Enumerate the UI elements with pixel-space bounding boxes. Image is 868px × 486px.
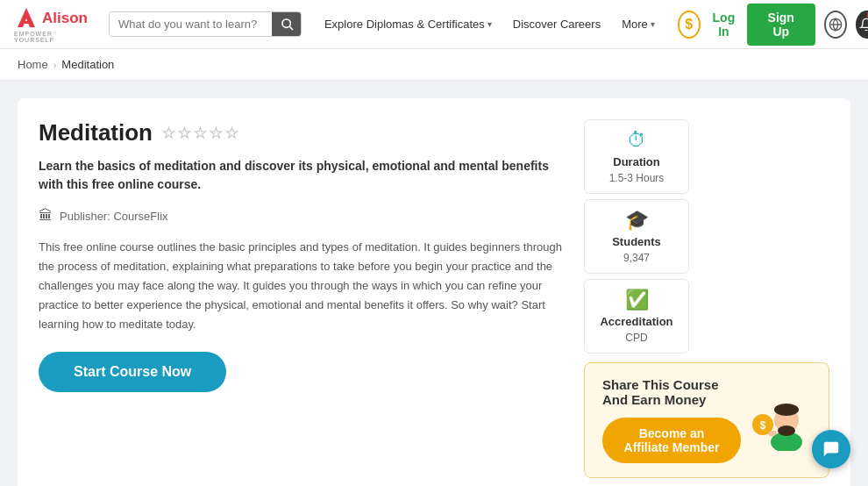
language-button[interactable] [824, 11, 847, 39]
star-3[interactable]: ☆ [193, 124, 207, 143]
course-title-row: Meditation ☆ ☆ ☆ ☆ ☆ [39, 119, 566, 147]
chevron-down-icon-more: ▾ [651, 19, 655, 29]
bell-icon [859, 18, 868, 32]
course-right-col: ⏱ Duration 1.5-3 Hours 🎓 Students 9,347 … [584, 119, 829, 478]
svg-line-3 [289, 26, 293, 30]
signup-button[interactable]: Sign Up [747, 4, 815, 46]
logo[interactable]: Alison EMPOWER YOURSELF [14, 6, 88, 43]
main-content: Meditation ☆ ☆ ☆ ☆ ☆ Learn the basics of… [0, 81, 868, 486]
affiliate-button[interactable]: Become an Affiliate Member [602, 418, 741, 463]
star-1[interactable]: ☆ [161, 124, 175, 143]
star-rating[interactable]: ☆ ☆ ☆ ☆ ☆ [161, 124, 238, 143]
search-icon [281, 18, 295, 32]
building-icon: 🏛 [39, 208, 53, 224]
breadcrumb-home[interactable]: Home [18, 58, 48, 71]
stat-students-value: 9,347 [623, 252, 650, 264]
affiliate-banner: Share This Course And Earn Money Become … [584, 362, 829, 478]
svg-point-8 [774, 404, 799, 416]
course-subtitle: Learn the basics of meditation and disco… [39, 157, 566, 194]
course-content-col: Meditation ☆ ☆ ☆ ☆ ☆ Learn the basics of… [39, 119, 566, 478]
affiliate-content: Share This Course And Earn Money Become … [602, 377, 741, 463]
notifications-button[interactable]: 9+ [856, 11, 868, 39]
stat-duration-label: Duration [613, 155, 659, 168]
nav-item-careers[interactable]: Discover Careers [504, 12, 609, 36]
course-title: Meditation [39, 119, 153, 147]
svg-text:$: $ [760, 419, 766, 432]
affiliate-person-icon: $ [741, 390, 811, 451]
logo-text: Alison [42, 10, 88, 27]
search-bar [109, 11, 302, 37]
students-icon: 🎓 [625, 209, 649, 232]
duration-icon: ⏱ [627, 129, 646, 152]
chat-button[interactable] [812, 430, 850, 468]
svg-rect-1 [20, 21, 32, 24]
star-4[interactable]: ☆ [209, 124, 223, 143]
star-2[interactable]: ☆ [177, 124, 191, 143]
header: Alison EMPOWER YOURSELF Explore Diplomas… [0, 0, 868, 49]
stat-duration-value: 1.5-3 Hours [609, 172, 665, 184]
main-nav: Explore Diplomas & Certificates ▾ Discov… [316, 12, 664, 36]
logo-sub: EMPOWER YOURSELF [14, 31, 88, 43]
stat-accreditation-label: Accreditation [600, 315, 672, 328]
coins-icon[interactable]: $ [678, 11, 701, 39]
svg-point-2 [282, 19, 290, 27]
svg-point-9 [778, 425, 795, 436]
nav-item-explore[interactable]: Explore Diplomas & Certificates ▾ [316, 12, 501, 36]
publisher-text: Publisher: CourseFlix [60, 210, 168, 223]
stat-accreditation-value: CPD [625, 332, 647, 344]
stat-students-label: Students [612, 235, 661, 248]
chevron-down-icon: ▾ [487, 19, 492, 29]
breadcrumb-separator: › [53, 60, 57, 70]
chat-icon [822, 440, 841, 459]
affiliate-illustration: $ [741, 390, 811, 451]
breadcrumb-current: Meditation [61, 58, 114, 71]
stat-accreditation: ✅ Accreditation CPD [584, 279, 689, 354]
accreditation-icon: ✅ [625, 289, 649, 311]
publisher-row: 🏛 Publisher: CourseFlix [39, 208, 566, 224]
stats-col: ⏱ Duration 1.5-3 Hours 🎓 Students 9,347 … [584, 119, 689, 354]
course-description: This free online course outlines the bas… [39, 238, 566, 334]
start-course-button[interactable]: Start Course Now [39, 352, 226, 392]
star-5[interactable]: ☆ [224, 124, 238, 143]
logo-icon [14, 6, 39, 31]
stat-duration: ⏱ Duration 1.5-3 Hours [584, 119, 689, 194]
breadcrumb: Home › Meditation [0, 49, 868, 81]
login-button[interactable]: Log In [709, 11, 738, 39]
course-card: Meditation ☆ ☆ ☆ ☆ ☆ Learn the basics of… [18, 98, 850, 486]
header-right: $ Log In Sign Up 9+ [678, 4, 868, 46]
affiliate-title: Share This Course And Earn Money [602, 377, 741, 407]
stat-students: 🎓 Students 9,347 [584, 199, 689, 274]
search-button[interactable] [272, 12, 302, 36]
svg-marker-0 [18, 8, 35, 27]
nav-item-more[interactable]: More ▾ [613, 12, 664, 36]
search-input[interactable] [110, 12, 272, 36]
globe-icon [829, 18, 843, 32]
